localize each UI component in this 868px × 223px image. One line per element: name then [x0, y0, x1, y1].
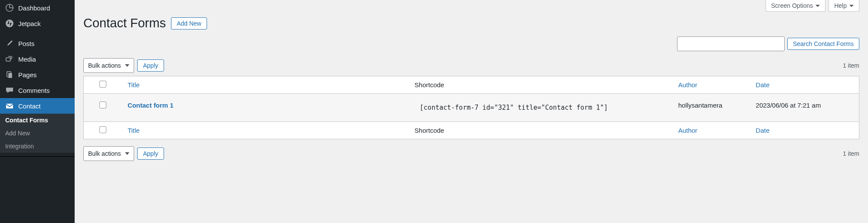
search-button[interactable]: Search Contact Forms: [787, 38, 859, 50]
sidebar-item-comments[interactable]: Comments: [0, 82, 75, 98]
tablenav-bottom: Bulk actions Apply 1 item: [83, 146, 859, 161]
sidebar-item-label: Dashboard: [18, 4, 50, 12]
item-count: 1 item: [843, 62, 859, 69]
top-tabs: Screen Options Help: [83, 0, 859, 12]
column-header-shortcode: Shortcode: [409, 76, 673, 94]
column-footer-date[interactable]: Date: [750, 122, 859, 139]
select-all-checkbox-footer[interactable]: [99, 126, 106, 133]
column-header-author[interactable]: Author: [673, 76, 751, 94]
svg-point-1: [6, 20, 13, 27]
svg-rect-2: [6, 58, 10, 61]
submenu-integration[interactable]: Integration: [0, 140, 75, 153]
sidebar-item-media[interactable]: Media: [0, 51, 75, 67]
jetpack-icon: [5, 19, 14, 28]
apply-button[interactable]: Apply: [137, 59, 164, 72]
page-header: Contact Forms Add New: [83, 16, 859, 30]
page-title: Contact Forms: [83, 16, 166, 30]
sidebar-item-posts[interactable]: Posts: [0, 36, 75, 51]
apply-button-bottom[interactable]: Apply: [137, 148, 164, 160]
column-header-date[interactable]: Date: [750, 76, 859, 94]
search-input[interactable]: [677, 36, 785, 51]
sidebar-item-label: Media: [18, 56, 36, 63]
svg-rect-6: [6, 104, 13, 108]
sidebar-item-dashboard[interactable]: Dashboard: [0, 0, 75, 16]
sidebar-item-label: Jetpack: [18, 20, 41, 27]
bulk-actions-select[interactable]: Bulk actions: [83, 58, 134, 73]
row-checkbox[interactable]: [99, 102, 106, 108]
sidebar-item-label: Posts: [18, 40, 35, 47]
bulk-actions-select-bottom[interactable]: Bulk actions: [83, 146, 134, 161]
submenu-contact-forms[interactable]: Contact Forms: [0, 114, 75, 127]
svg-point-3: [12, 57, 13, 58]
add-new-button[interactable]: Add New: [171, 17, 207, 30]
sidebar-item-label: Contact: [18, 102, 41, 110]
caret-down-icon: [849, 5, 854, 7]
sidebar-item-contact[interactable]: Contact: [0, 98, 75, 114]
sidebar-item-jetpack[interactable]: Jetpack: [0, 16, 75, 31]
row-title-link[interactable]: Contact form 1: [128, 102, 174, 109]
column-footer-shortcode: Shortcode: [409, 122, 673, 139]
screen-options-button[interactable]: Screen Options: [766, 0, 826, 12]
main-content: Screen Options Help Contact Forms Add Ne…: [75, 0, 868, 223]
dashboard-icon: [5, 3, 14, 12]
row-date: 2023/06/06 at 7:21 am: [750, 94, 859, 122]
caret-down-icon: [815, 5, 820, 7]
tablenav-top: Bulk actions Apply 1 item: [83, 58, 859, 73]
posts-icon: [5, 39, 14, 48]
sidebar-item-label: Comments: [18, 87, 50, 94]
pages-icon: [5, 70, 14, 79]
submenu-add-new[interactable]: Add New: [0, 127, 75, 140]
column-header-title[interactable]: Title: [122, 76, 409, 94]
sidebar-item-pages[interactable]: Pages: [0, 67, 75, 82]
select-all-checkbox[interactable]: [99, 81, 106, 88]
column-footer-author[interactable]: Author: [673, 122, 751, 139]
help-button[interactable]: Help: [829, 0, 859, 12]
contact-forms-table: Title Shortcode Author Date Contact form…: [83, 76, 859, 139]
comments-icon: [5, 86, 14, 95]
sidebar-submenu: Contact Forms Add New Integration: [0, 114, 75, 153]
search-row: Search Contact Forms: [83, 36, 859, 51]
column-footer-title[interactable]: Title: [122, 122, 409, 139]
media-icon: [5, 55, 14, 63]
svg-rect-5: [8, 73, 12, 78]
contact-icon: [5, 102, 14, 110]
bulk-actions-bottom: Bulk actions Apply: [83, 146, 164, 161]
admin-sidebar: Dashboard Jetpack Posts Media Pages Comm…: [0, 0, 75, 223]
bulk-actions-top: Bulk actions Apply: [83, 58, 164, 73]
item-count-bottom: 1 item: [843, 150, 859, 157]
sidebar-item-label: Pages: [18, 71, 37, 79]
shortcode-text[interactable]: [contact-form-7 id="321" title="Contact …: [414, 102, 613, 114]
row-author: hollysantamera: [673, 94, 751, 122]
table-row: Contact form 1 [contact-form-7 id="321" …: [84, 94, 859, 122]
